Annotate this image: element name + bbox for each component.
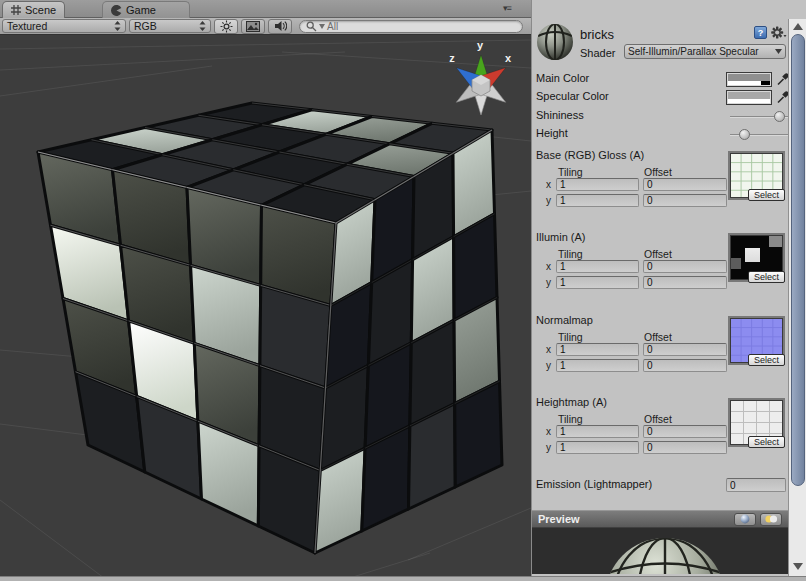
preview-lighting-button[interactable] <box>760 513 782 526</box>
offset-x-field[interactable] <box>643 343 727 356</box>
tab-scene-label: Scene <box>25 4 56 16</box>
tiling-x-field[interactable] <box>556 260 639 273</box>
gear-icon[interactable] <box>771 26 787 39</box>
shininess-row: Shininess <box>536 109 784 125</box>
gizmo-x-axis[interactable]: x <box>505 52 512 64</box>
shader-dropdown[interactable]: Self-Illumin/Parallax Specular <box>624 44 786 59</box>
scene-tabbar: Scene Game ▾≡ <box>0 0 531 18</box>
preview-section: Preview <box>532 510 788 576</box>
tiling-y-field[interactable] <box>556 194 639 207</box>
texture-select-button[interactable]: Select <box>748 271 785 283</box>
y-axis-label: y <box>546 442 551 453</box>
lighting-toggle-button[interactable] <box>214 19 238 34</box>
offset-y-field[interactable] <box>643 276 727 289</box>
offset-x-field[interactable] <box>643 425 727 438</box>
offset-header: Offset <box>644 166 672 178</box>
preview-header[interactable]: Preview <box>532 510 788 528</box>
inspector-panel: Inspector ▾≡ brick <box>531 0 806 581</box>
inspector-body: bricks Shader Self-Illumin/Parallax Spec… <box>532 18 788 510</box>
search-filter-arrow-icon <box>319 24 325 29</box>
scroll-up-arrow[interactable] <box>793 23 803 30</box>
shininess-label: Shininess <box>536 109 584 121</box>
shininess-slider[interactable] <box>730 116 790 118</box>
tiling-y-field[interactable] <box>556 276 639 289</box>
main-color-row: Main Color <box>536 72 784 88</box>
emission-field[interactable] <box>726 478 786 492</box>
tiling-header: Tiling <box>558 166 583 178</box>
search-input[interactable]: All <box>299 20 523 33</box>
material-preview-thumbnail <box>535 22 575 62</box>
help-icon[interactable]: ? <box>754 26 767 39</box>
scene-panel-menu-icon[interactable]: ▾≡ <box>503 3 511 13</box>
tab-game[interactable]: Game <box>102 1 190 18</box>
scene-toolbar: Textured RGB All <box>0 18 531 35</box>
preview-shape-button[interactable] <box>734 513 756 526</box>
unity-editor-window: Scene Game ▾≡ Textured RGB All <box>0 0 806 581</box>
offset-y-field[interactable] <box>643 194 727 207</box>
scroll-down-arrow[interactable] <box>793 563 803 570</box>
texture-section: Base (RGB) Gloss (A)SelectTilingOffsetxy <box>536 149 786 229</box>
texture-select-button[interactable]: Select <box>748 189 785 201</box>
inspector-scrollbar[interactable] <box>788 19 806 576</box>
render-mode-dropdown[interactable]: Textured <box>2 19 126 33</box>
offset-x-field[interactable] <box>643 178 727 191</box>
texture-thumbnail[interactable]: Select <box>728 233 785 282</box>
tiling-x-field[interactable] <box>556 343 639 356</box>
main-color-swatch[interactable] <box>726 72 772 87</box>
audio-toggle-button[interactable] <box>268 19 292 34</box>
shininess-slider-knob[interactable] <box>774 111 785 122</box>
offset-y-field[interactable] <box>643 359 727 372</box>
tiling-y-field[interactable] <box>556 359 639 372</box>
height-slider[interactable] <box>730 134 790 136</box>
preview-sphere <box>532 528 788 574</box>
tiling-x-field[interactable] <box>556 178 639 191</box>
color-mode-dropdown[interactable]: RGB <box>129 19 211 33</box>
preview-render-area[interactable] <box>532 528 788 574</box>
tab-game-label: Game <box>126 4 156 16</box>
image-icon <box>246 21 260 32</box>
color-mode-value: RGB <box>134 20 157 32</box>
tiling-x-field[interactable] <box>556 425 639 438</box>
shader-value: Self-Illumin/Parallax Specular <box>628 46 775 57</box>
y-axis-label: y <box>546 360 551 371</box>
render-mode-value: Textured <box>7 20 47 32</box>
emission-row: Emission (Lightmapper) <box>536 478 786 494</box>
height-row: Height <box>536 127 784 143</box>
specular-color-swatch[interactable] <box>726 90 772 105</box>
x-axis-label: x <box>546 179 551 190</box>
window-resize-edge <box>0 576 806 581</box>
lights-icon <box>764 514 778 524</box>
tiling-header: Tiling <box>558 248 583 260</box>
scrollbar-thumb[interactable] <box>791 34 805 486</box>
height-label: Height <box>536 127 568 139</box>
offset-header: Offset <box>644 413 672 425</box>
dropdown-arrows-icon <box>199 21 206 31</box>
x-axis-label: x <box>546 426 551 437</box>
tab-scene[interactable]: Scene <box>2 1 65 18</box>
skybox-toggle-button[interactable] <box>241 19 265 34</box>
height-slider-knob[interactable] <box>739 129 750 140</box>
dropdown-arrows-icon <box>114 21 121 31</box>
texture-thumbnail[interactable]: Select <box>728 316 785 365</box>
texture-thumbnail[interactable]: Select <box>728 151 785 200</box>
offset-y-field[interactable] <box>643 441 727 454</box>
texture-select-button[interactable]: Select <box>748 354 785 366</box>
main-color-label: Main Color <box>536 72 589 84</box>
texture-thumbnail[interactable]: Select <box>728 398 785 447</box>
gizmo-z-axis[interactable]: z <box>449 52 455 64</box>
offset-x-field[interactable] <box>643 260 727 273</box>
x-axis-label: x <box>546 344 551 355</box>
search-scope-text: All <box>327 21 338 32</box>
specular-color-label: Specular Color <box>536 90 609 102</box>
shader-label: Shader <box>580 47 615 59</box>
y-axis-label: y <box>546 195 551 206</box>
game-icon <box>111 5 122 16</box>
specular-color-row: Specular Color <box>536 90 784 106</box>
texture-select-button[interactable]: Select <box>748 436 785 448</box>
scene-viewport[interactable]: yxz <box>0 35 531 576</box>
material-name: bricks <box>580 27 614 42</box>
tiling-header: Tiling <box>558 413 583 425</box>
tiling-y-field[interactable] <box>556 441 639 454</box>
preview-title: Preview <box>538 513 730 525</box>
gizmo-y-axis[interactable]: y <box>477 39 484 51</box>
